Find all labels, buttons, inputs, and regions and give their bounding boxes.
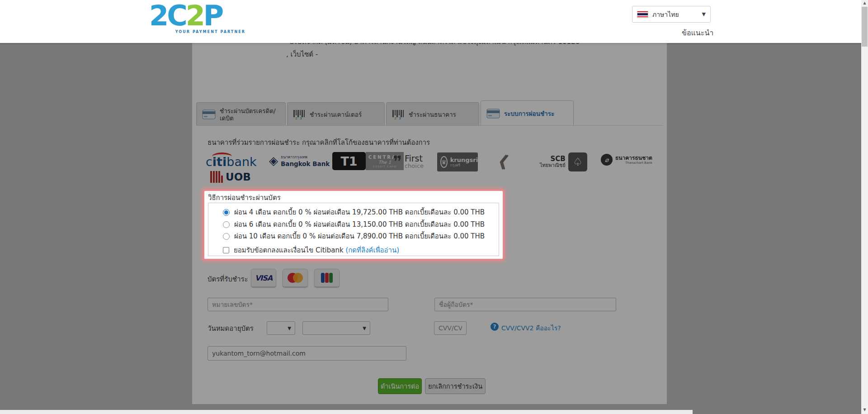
language-label: ภาษาไทย xyxy=(652,10,702,19)
terms-checkbox[interactable] xyxy=(223,247,229,253)
hint-link[interactable]: ข้อแนะนำ xyxy=(682,27,713,38)
thai-flag-icon xyxy=(637,11,648,18)
radio-selected-icon[interactable] xyxy=(223,209,230,216)
plan-label: ผ่อน 4 เดือน ดอกเบี้ย 0 % ผ่อนต่อเดือน 1… xyxy=(234,207,485,218)
page-bottom-strip xyxy=(0,410,693,414)
plan-label: ผ่อน 10 เดือน ดอกเบี้ย 0 % ผ่อนต่อเดือน … xyxy=(234,231,485,242)
2c2p-logo: 2C2P YOUR PAYMENT PARTNER xyxy=(149,1,246,34)
page-header: 2C2P YOUR PAYMENT PARTNER ภาษาไทย ▼ ข้อแ… xyxy=(0,0,861,43)
installment-plan-option[interactable]: ผ่อน 10 เดือน ดอกเบี้ย 0 % ผ่อนต่อเดือน … xyxy=(223,231,485,242)
installment-section-label: วิธีการผ่อนชำระผ่านบัตร xyxy=(208,192,281,203)
plan-label: ผ่อน 6 เดือน ดอกเบี้ย 0 % ผ่อนต่อเดือน 1… xyxy=(234,219,485,230)
language-selector[interactable]: ภาษาไทย ▼ xyxy=(632,6,711,23)
terms-agreement-row[interactable]: ยอมรับข้อตกลงและเงื่อนไข Citibank (กดที่… xyxy=(223,245,399,256)
logo-2a: 2 xyxy=(149,0,167,32)
terms-read-link[interactable]: (กดที่ลิงค์เพื่ออ่าน) xyxy=(345,246,399,254)
scrollbar-down-arrow[interactable]: ▼ xyxy=(861,407,868,413)
terms-text: ยอมรับข้อตกลงและเงื่อนไข Citibank xyxy=(234,246,345,254)
logo-c: C xyxy=(167,0,186,32)
radio-unselected-icon[interactable] xyxy=(223,221,230,228)
installment-options-highlight: วิธีการผ่อนชำระผ่านบัตร ผ่อน 4 เดือน ดอก… xyxy=(204,191,503,259)
page-scrollbar[interactable]: ▲ ▼ xyxy=(861,0,868,414)
logo-2b: 2 xyxy=(186,0,203,32)
scrollbar-thumb[interactable] xyxy=(862,7,868,47)
scrollbar-up-arrow[interactable]: ▲ xyxy=(861,0,868,6)
installment-plan-option[interactable]: ผ่อน 6 เดือน ดอกเบี้ย 0 % ผ่อนต่อเดือน 1… xyxy=(223,219,485,230)
logo-p: P xyxy=(203,0,222,32)
installment-plan-option[interactable]: ผ่อน 4 เดือน ดอกเบี้ย 0 % ผ่อนต่อเดือน 1… xyxy=(223,207,485,218)
chevron-down-icon: ▼ xyxy=(702,11,706,17)
installment-options-box: ผ่อน 4 เดือน ดอกเบี้ย 0 % ผ่อนต่อเดือน 1… xyxy=(208,203,499,256)
radio-unselected-icon[interactable] xyxy=(223,233,230,240)
